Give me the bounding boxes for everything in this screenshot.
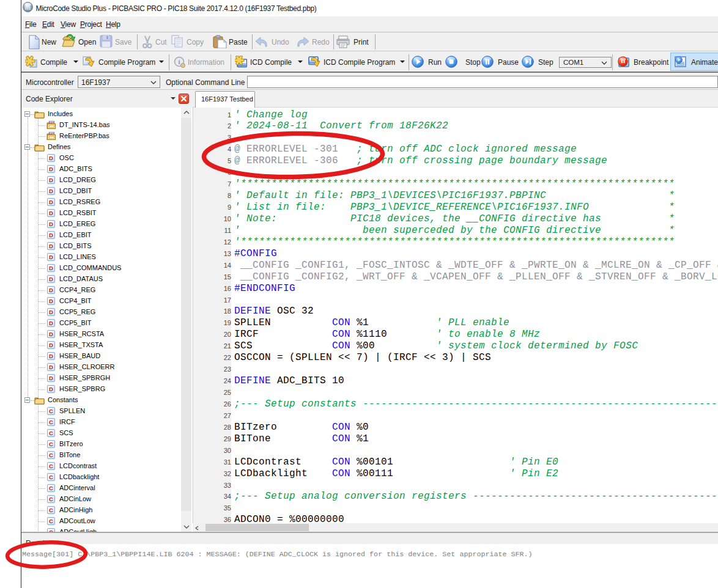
svg-text:m: m [25,4,31,11]
svg-text:i: i [178,58,180,65]
